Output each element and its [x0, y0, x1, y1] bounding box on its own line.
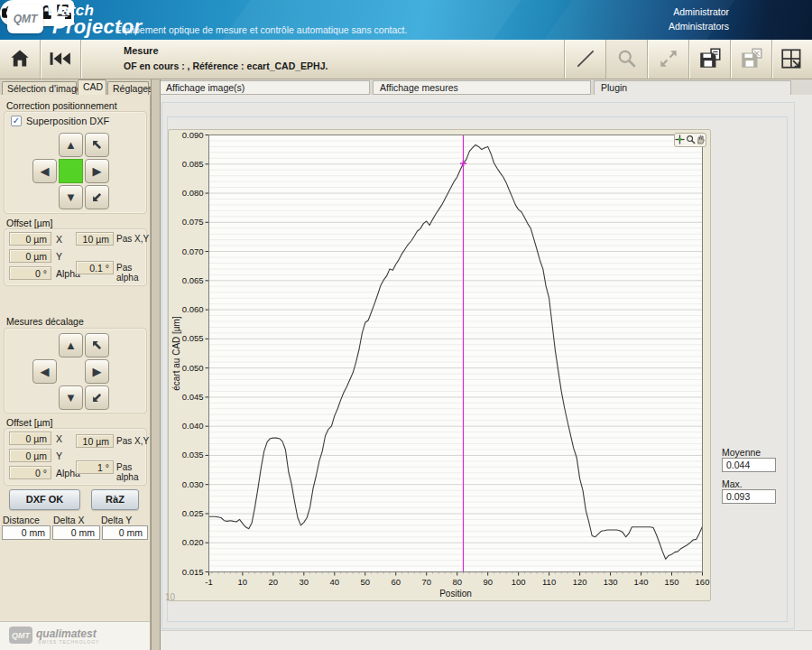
qmt-logo: QMT — [7, 5, 43, 33]
distance-field[interactable]: 0 mm — [2, 525, 51, 540]
layout-grid-icon — [780, 46, 805, 73]
svg-text:0.065: 0.065 — [182, 275, 204, 285]
save-report-icon — [697, 46, 723, 73]
shift-rotate-ccw-button[interactable] — [85, 333, 109, 358]
offset-x-field[interactable]: 0 µm — [9, 232, 51, 246]
scroll-index-label: 10 — [165, 592, 175, 602]
tab-cad[interactable]: CAD — [78, 79, 106, 95]
offset-x-label: X — [56, 234, 62, 245]
zoom-tool-icon[interactable] — [686, 135, 696, 146]
move-arrows-icon — [657, 47, 680, 72]
user-name: Administrator — [669, 5, 729, 19]
chart-panel: 0.0150.0200.0250.0300.0350.0400.0450.050… — [168, 129, 711, 601]
rotate-ccw-button[interactable] — [85, 133, 109, 157]
svg-text:80: 80 — [452, 577, 462, 587]
pas-xy-label-2: Pas X,Y — [116, 436, 149, 446]
dxf-ok-button[interactable]: DXF OK — [9, 489, 80, 510]
svg-text:110: 110 — [542, 577, 556, 587]
app-header: QMT Watch Projector Equipement optique d… — [0, 0, 812, 40]
checkbox-check-icon: ✓ — [11, 116, 22, 126]
rotate-cw-button[interactable] — [85, 185, 109, 209]
svg-text:0.015: 0.015 — [182, 567, 204, 577]
qualimatest-name: qualimatest — [36, 627, 97, 640]
pas-xy-field-1[interactable]: 10 µm — [76, 232, 114, 246]
skip-to-start-icon — [49, 51, 72, 68]
shift-right-button[interactable]: ▶ — [85, 359, 109, 384]
save-report-button[interactable] — [689, 40, 730, 79]
mesures-y-label: Y — [56, 450, 62, 461]
pas-xy-field-2[interactable]: 10 µm — [76, 434, 114, 448]
tab-label: CAD — [83, 81, 103, 92]
max-field[interactable]: 0.093 — [722, 489, 776, 504]
tab-affichage-images[interactable]: Affichage image(s) — [159, 80, 370, 95]
superposition-dxf-checkbox[interactable]: ✓ Superposition DXF — [11, 116, 109, 126]
offset-y-field[interactable]: 0 µm — [9, 249, 51, 263]
plugin-content: 0.0150.0200.0250.0300.0350.0400.0450.050… — [161, 95, 812, 650]
delta-x-label: Delta X — [53, 515, 84, 525]
checkbox-label: Superposition DXF — [26, 116, 109, 126]
nudge-up-button[interactable]: ▲ — [59, 133, 83, 157]
nudge-left-button[interactable]: ◀ — [32, 159, 57, 183]
delta-x-field[interactable]: 0 mm — [52, 525, 100, 540]
distance-label: Distance — [3, 515, 40, 525]
svg-text:0.025: 0.025 — [182, 508, 204, 518]
tab-label: Affichage image(s) — [166, 82, 245, 93]
svg-text:10: 10 — [238, 577, 248, 587]
line-tool-button[interactable] — [565, 40, 605, 79]
moyenne-field[interactable]: 0.044 — [722, 458, 776, 472]
delta-y-field[interactable]: 0 mm — [102, 525, 148, 540]
nudge-down-button[interactable]: ▼ — [59, 185, 83, 209]
line-tool-icon — [574, 47, 597, 72]
qualimatest-sub: SWISS TECHNOLOGY — [38, 639, 99, 645]
graph-palette — [674, 133, 706, 147]
moyenne-label: Moyenne — [722, 447, 761, 458]
search-icon — [616, 48, 638, 71]
svg-text:0.055: 0.055 — [182, 333, 204, 343]
main-footer-strip — [161, 630, 812, 650]
svg-text:Position: Position — [439, 589, 472, 599]
tab-plugin[interactable]: Plugin — [594, 80, 791, 96]
mesures-y-field[interactable]: 0 µm — [9, 449, 51, 462]
sidebar-tabstrip: Sélection d'image CAD Réglages — [0, 79, 151, 95]
save-image-button[interactable] — [731, 40, 771, 79]
position-ok-indicator — [59, 159, 83, 183]
svg-text:0.075: 0.075 — [182, 217, 204, 227]
shift-up-button[interactable]: ▲ — [59, 333, 83, 358]
panel-splitter[interactable] — [151, 79, 161, 650]
footer-logo-area: QMT qualimatest SWISS TECHNOLOGY — [0, 621, 150, 650]
correction-title: Correction positionnement — [6, 100, 117, 111]
mesures-x-label: X — [56, 433, 62, 444]
tab-reglages[interactable]: Réglages — [107, 81, 149, 95]
svg-text:20: 20 — [269, 577, 279, 587]
shift-left-button[interactable]: ◀ — [32, 359, 57, 384]
nudge-right-button[interactable]: ▶ — [85, 159, 109, 183]
svg-text:-1: -1 — [205, 577, 212, 587]
svg-text:0.050: 0.050 — [182, 363, 204, 373]
svg-text:130: 130 — [604, 577, 618, 587]
svg-text:30: 30 — [300, 577, 309, 587]
move-button[interactable] — [648, 40, 688, 79]
offset-alpha-field[interactable]: 0 ° — [9, 266, 51, 280]
pas-alpha-field-2[interactable]: 1 ° — [76, 460, 114, 474]
shift-down-button[interactable]: ▼ — [59, 385, 83, 410]
svg-text:70: 70 — [421, 577, 431, 587]
svg-text:0.090: 0.090 — [182, 130, 204, 140]
tab-label: Sélection d'image — [7, 83, 82, 94]
pas-alpha-field-1[interactable]: 0.1 ° — [76, 261, 114, 274]
tab-affichage-mesures[interactable]: Affichage mesures — [373, 80, 591, 95]
raz-button[interactable]: RàZ — [91, 489, 139, 510]
mesures-alpha-field[interactable]: 0 ° — [9, 466, 51, 479]
svg-text:100: 100 — [512, 577, 526, 587]
skip-to-start-button[interactable] — [41, 40, 80, 79]
mesures-title: Mesures décalage — [6, 316, 84, 327]
search-button[interactable] — [606, 40, 647, 79]
svg-text:0.020: 0.020 — [182, 537, 204, 547]
home-button[interactable] — [0, 40, 40, 79]
tab-selection-image[interactable]: Sélection d'image — [2, 81, 77, 95]
pan-tool-icon[interactable] — [696, 135, 706, 146]
cursor-tool-icon[interactable] — [675, 135, 685, 146]
shift-rotate-cw-button[interactable] — [85, 385, 109, 410]
svg-text:0.070: 0.070 — [182, 246, 204, 256]
layout-button[interactable] — [772, 40, 812, 79]
mesures-x-field[interactable]: 0 µm — [9, 432, 51, 445]
